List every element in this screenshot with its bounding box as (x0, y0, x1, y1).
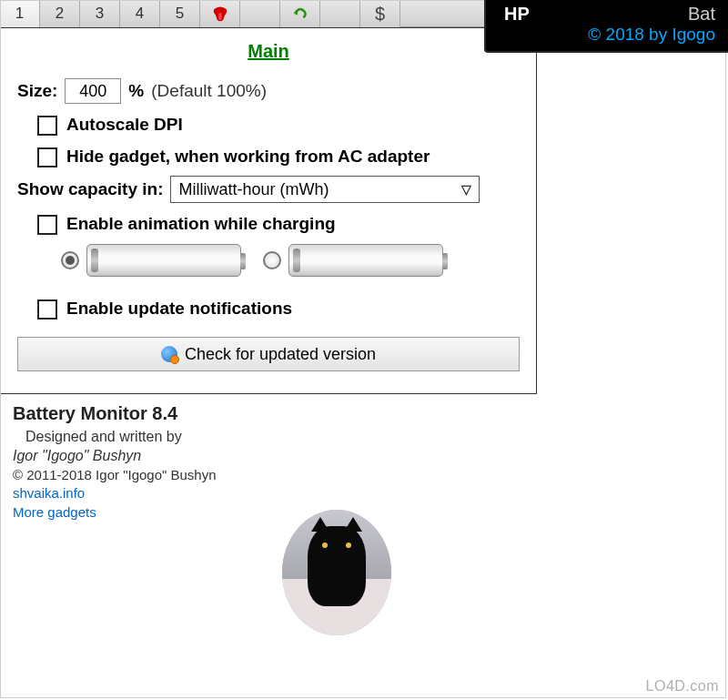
about-author: Igor "Igogo" Bushyn (13, 447, 379, 466)
autoscale-checkbox[interactable] (37, 116, 57, 136)
size-label: Size: (17, 81, 57, 101)
enable-updates-label: Enable update notifications (66, 297, 292, 321)
about-link-site[interactable]: shvaika.info (13, 483, 379, 502)
battery-preview-1 (86, 244, 241, 277)
tab-1[interactable]: 1 (0, 0, 40, 27)
tab-2[interactable]: 2 (40, 0, 80, 27)
chevron-down-icon: ▽ (461, 182, 471, 197)
battery-style-1-radio[interactable] (61, 251, 79, 269)
tab-4[interactable]: 4 (120, 0, 160, 27)
capacity-selected: Milliwatt-hour (mWh) (178, 180, 329, 199)
tab-donate-icon[interactable]: $ (360, 0, 400, 27)
enable-animation-label: Enable animation while charging (66, 212, 336, 237)
tab-2-label: 2 (56, 5, 64, 23)
about-title: Battery Monitor 8.4 (13, 403, 379, 424)
tab-undo-icon[interactable] (280, 0, 320, 27)
check-updates-label: Check for updated version (185, 345, 376, 364)
hide-gadget-label: Hide gadget, when working from AC adapte… (66, 145, 430, 169)
autoscale-label: Autoscale DPI (66, 113, 183, 137)
gadget-bat-label: Bat (688, 4, 715, 25)
hide-gadget-checkbox[interactable] (37, 147, 57, 167)
gadget-copyright: © 2018 by Igogo (504, 25, 715, 45)
tab-1-label: 1 (15, 5, 24, 23)
tab-4-label: 4 (136, 5, 144, 23)
gadget-hp-label: HP (504, 4, 530, 25)
size-hint: (Default 100%) (151, 81, 267, 101)
battery-preview-2 (288, 244, 443, 277)
about-designed: Designed and written by (25, 428, 379, 447)
size-unit: % (128, 81, 144, 101)
enable-updates-checkbox[interactable] (37, 299, 57, 320)
check-updates-button[interactable]: Check for updated version (17, 337, 520, 371)
tab-3[interactable]: 3 (80, 0, 120, 27)
dollar-icon: $ (375, 4, 385, 25)
enable-animation-checkbox[interactable] (37, 215, 57, 235)
author-avatar (282, 510, 391, 635)
settings-panel: Main Size: % (Default 100%) Autoscale DP… (0, 27, 537, 394)
gadget-overlay: HP Bat © 2018 by Igogo (484, 0, 728, 53)
tab-5-label: 5 (176, 5, 184, 23)
about-copyright: © 2011-2018 Igor "Igogo" Bushyn (13, 466, 379, 484)
tab-3-label: 3 (96, 5, 104, 23)
battery-style-2-radio[interactable] (263, 251, 281, 269)
panel-title: Main (17, 41, 520, 62)
size-input[interactable] (65, 78, 121, 104)
undo-icon (291, 5, 309, 23)
tab-tongue-icon[interactable] (200, 0, 240, 27)
capacity-dropdown[interactable]: Milliwatt-hour (mWh) ▽ (170, 176, 480, 203)
tongue-icon (211, 5, 229, 23)
globe-download-icon (161, 346, 177, 362)
watermark: LO4D.com (646, 678, 719, 695)
tab-5[interactable]: 5 (160, 0, 200, 27)
capacity-label: Show capacity in: (17, 179, 163, 199)
